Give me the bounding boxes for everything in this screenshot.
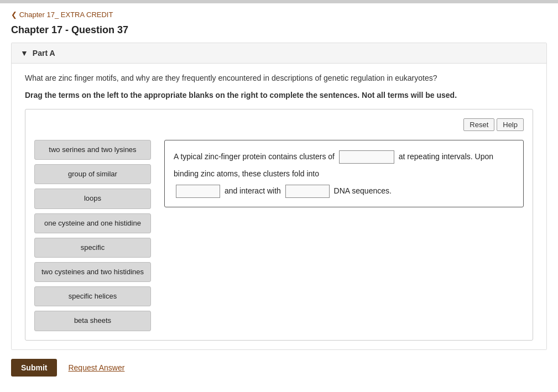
drag-term-1[interactable]: two serines and two lysines: [34, 140, 151, 160]
part-header[interactable]: ▼ Part A: [12, 43, 546, 64]
collapse-arrow-icon: ▼: [20, 49, 28, 58]
drag-term-6[interactable]: two cysteines and two histidines: [34, 262, 151, 282]
blank-2[interactable]: [176, 185, 220, 198]
help-button[interactable]: Help: [497, 118, 524, 131]
sentence-part4: DNA sequences.: [334, 186, 392, 195]
part-body: What are zinc finger motifs, and why are…: [12, 64, 546, 349]
columns-layout: two serines and two lysines group of sim…: [34, 140, 524, 331]
blank-3[interactable]: [285, 185, 330, 198]
question-text: What are zinc finger motifs, and why are…: [25, 72, 533, 84]
sentence-part3: and interact with: [225, 186, 281, 195]
part-label: Part A: [33, 49, 55, 58]
request-answer-link[interactable]: Request Answer: [68, 363, 124, 372]
page-title: Chapter 17 - Question 37: [0, 22, 558, 43]
part-section: ▼ Part A What are zinc finger motifs, an…: [11, 43, 547, 350]
drag-term-4[interactable]: one cysteine and one histidine: [34, 213, 151, 233]
sentence-part1: A typical zinc-finger protein contains c…: [174, 152, 335, 161]
reset-button[interactable]: Reset: [463, 118, 494, 131]
drag-term-8[interactable]: beta sheets: [34, 311, 151, 331]
drag-term-3[interactable]: loops: [34, 189, 151, 208]
instruction-text: Drag the terms on the left to the approp…: [25, 90, 533, 101]
drag-term-2[interactable]: group of similar: [34, 164, 151, 184]
terms-column: two serines and two lysines group of sim…: [34, 140, 151, 331]
blank-1[interactable]: [339, 150, 394, 164]
drag-term-5[interactable]: specific: [34, 238, 151, 258]
submit-button[interactable]: Submit: [11, 359, 57, 377]
drag-drop-area: Reset Help two serines and two lysines g…: [25, 109, 533, 341]
bottom-bar: Submit Request Answer: [0, 350, 558, 385]
breadcrumb-link[interactable]: Chapter 17_ EXTRA CREDIT: [11, 11, 113, 19]
reset-help-row: Reset Help: [34, 118, 524, 131]
drag-term-7[interactable]: specific helices: [34, 286, 151, 306]
sentence-area: A typical zinc-finger protein contains c…: [164, 140, 524, 207]
